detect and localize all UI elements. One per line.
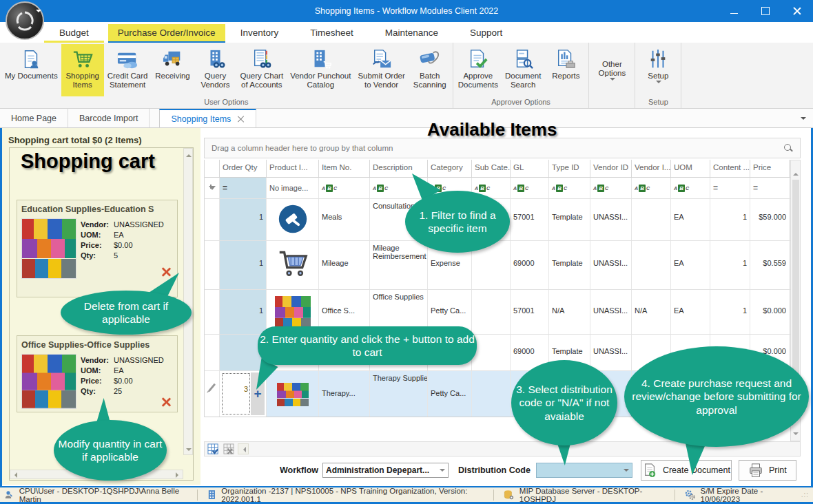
filter-content[interactable]: = (710, 178, 750, 198)
distribution-code-select[interactable] (536, 463, 632, 478)
workflow-select[interactable]: Administration Depepart... (322, 463, 449, 478)
tab-support[interactable]: Support (460, 24, 512, 41)
filter-order-qty[interactable]: = (220, 178, 267, 198)
col-vendor-id[interactable]: Vendor ID (590, 160, 632, 177)
gears-status-icon (685, 490, 695, 500)
create-document-button[interactable]: Create Document (641, 460, 732, 481)
maximize-button[interactable] (750, 0, 781, 22)
grid-clear-icon[interactable] (223, 443, 235, 455)
delete-from-cart-icon[interactable] (161, 266, 172, 277)
receiving-button[interactable]: Receiving (152, 44, 194, 96)
gavel-product-image (278, 204, 308, 234)
filter-price[interactable]: = (750, 178, 790, 198)
tab-inventory[interactable]: Inventory (231, 24, 289, 41)
app-logo-icon[interactable] (6, 1, 44, 40)
tab-budget[interactable]: Budget (50, 24, 99, 41)
cart-item-qty: 5 (114, 251, 118, 260)
col-order-qty[interactable]: Order Qty (220, 160, 267, 177)
col-product[interactable]: Product I... (267, 160, 319, 177)
setup-button[interactable]: Setup (637, 44, 679, 96)
tab-purchase-order-invoice[interactable]: Purchase Order/Invoice (108, 24, 225, 41)
window-title: Shopping Items - Workflow Modules Client… (0, 0, 813, 22)
cart-item-office-supplies[interactable]: Office Supplies-Office Supplies Vendor:U… (17, 335, 178, 412)
callout-create-request: 4. Create purchase request and review/ch… (624, 346, 809, 447)
doc-tab-barcode-import[interactable]: Barcode Import (68, 109, 150, 127)
search-icon[interactable] (783, 143, 793, 153)
col-description[interactable]: Description (370, 160, 428, 177)
col-category[interactable]: Category (428, 160, 472, 177)
doc-tab-shopping-items[interactable]: Shopping Items (159, 109, 256, 127)
status-expire-date: S/M Expire Date - 10/06/2023 (701, 487, 796, 503)
callout-enter-quantity: 2. Enter quantity and click the + button… (258, 326, 477, 365)
filter-item-no[interactable]: ABC (319, 178, 370, 198)
user-status-icon (4, 490, 14, 500)
shopping-items-button[interactable]: Shopping Items (61, 44, 104, 96)
filter-uom[interactable]: ABC (671, 178, 710, 198)
document-search-button[interactable]: Document Search (502, 44, 544, 96)
abc-filter-icon: ABC (475, 185, 490, 192)
filter-product[interactable]: No image... (267, 178, 319, 198)
logo-menu-caret-icon[interactable] (36, 10, 41, 15)
application-window: Shopping Items - Workflow Modules Client… (0, 0, 813, 504)
col-type-id[interactable]: Type ID (549, 160, 590, 177)
abc-filter-icon: ABC (513, 185, 528, 192)
order-qty-input[interactable]: 3 (221, 372, 251, 415)
ribbon-group-user-options: My Documents Shopping Items Credit Card … (0, 43, 453, 108)
chevron-down-icon (624, 469, 629, 474)
other-options-button[interactable]: Other Options (590, 44, 633, 96)
submit-order-to-vendor-button[interactable]: Submit Order to Vendor (354, 44, 408, 96)
title-bar: Shopping Items - Workflow Modules Client… (0, 0, 813, 22)
col-price[interactable]: Price (750, 160, 790, 177)
filter-vendor-id[interactable]: ABC (590, 178, 632, 198)
tab-maintenance[interactable]: Maintenance (375, 24, 448, 41)
callout-modify: Modify quantity in cart if applicable (54, 420, 167, 481)
col-sub-category[interactable]: Sub Cate... (472, 160, 511, 177)
office-supplies-product-image (275, 296, 311, 329)
col-content[interactable]: Content ... (710, 160, 750, 177)
status-user: CPU\User - DESKTOP-1QSHPDJ\Anna Belle Ma… (19, 487, 187, 503)
group-by-bar[interactable]: Drag a column header here to group by th… (204, 138, 801, 158)
grid-check-icon[interactable] (207, 443, 219, 455)
col-gl[interactable]: GL (511, 160, 549, 177)
group-label-user-options: User Options (1, 96, 451, 108)
print-button[interactable]: Print (739, 460, 796, 481)
query-chart-of-accounts-icon (251, 47, 273, 72)
reports-button[interactable]: Reports (544, 44, 587, 96)
delete-from-cart-icon[interactable] (161, 397, 172, 408)
batch-scanning-icon (419, 47, 441, 72)
grid-row-mileage[interactable]: 1 Mileage Mileage Reimbersement Expense … (205, 241, 791, 290)
abc-filter-icon: ABC (635, 185, 650, 192)
cart-item-image (21, 218, 76, 279)
close-button[interactable] (781, 0, 813, 22)
cart-item-price: $0.00 (114, 377, 133, 385)
filter-type-id[interactable]: ABC (549, 178, 590, 198)
batch-scanning-button[interactable]: Batch Scanning (409, 44, 451, 96)
approve-documents-button[interactable]: Approve Documents (455, 44, 502, 96)
create-document-icon (642, 463, 657, 478)
query-vendors-icon (205, 47, 227, 72)
my-documents-button[interactable]: My Documents (1, 44, 61, 96)
credit-card-icon (116, 47, 138, 72)
col-vendor-info[interactable]: Vendor I... (632, 160, 671, 177)
vendor-punchout-catalog-button[interactable]: Vendor Punchout Catalog (287, 44, 354, 96)
cart-item-vendor: UNASSIGNED (114, 220, 164, 229)
credit-card-statement-button[interactable]: Credit Card Statement (104, 44, 152, 96)
filter-vendor-info[interactable]: ABC (632, 178, 671, 198)
grid-hscroll-left-arrow[interactable] (238, 443, 249, 454)
resize-grip[interactable]: .:: (801, 491, 809, 498)
query-vendors-button[interactable]: Query Vendors (194, 44, 237, 96)
cart-item-image (21, 354, 76, 409)
query-chart-of-accounts-button[interactable]: Query Chart of Accounts (237, 44, 287, 96)
tab-close-icon[interactable] (238, 116, 245, 123)
minimize-button[interactable] (718, 0, 750, 22)
ribbon-group-approver-options: Approve Documents Document Search Report… (453, 43, 590, 108)
cart-item-education-supplies[interactable]: Education Supplies-Education S Vendor:UN… (17, 200, 178, 297)
col-item-no[interactable]: Item No. (319, 160, 370, 177)
col-uom[interactable]: UOM (671, 160, 710, 177)
tab-list-caret-icon[interactable] (801, 117, 806, 123)
filter-gl[interactable]: ABC (511, 178, 549, 198)
maximize-icon (761, 7, 770, 15)
doc-tab-home-page[interactable]: Home Page (0, 109, 68, 127)
tab-timesheet[interactable]: Timesheet (300, 24, 363, 41)
abc-filter-icon: ABC (552, 185, 567, 192)
